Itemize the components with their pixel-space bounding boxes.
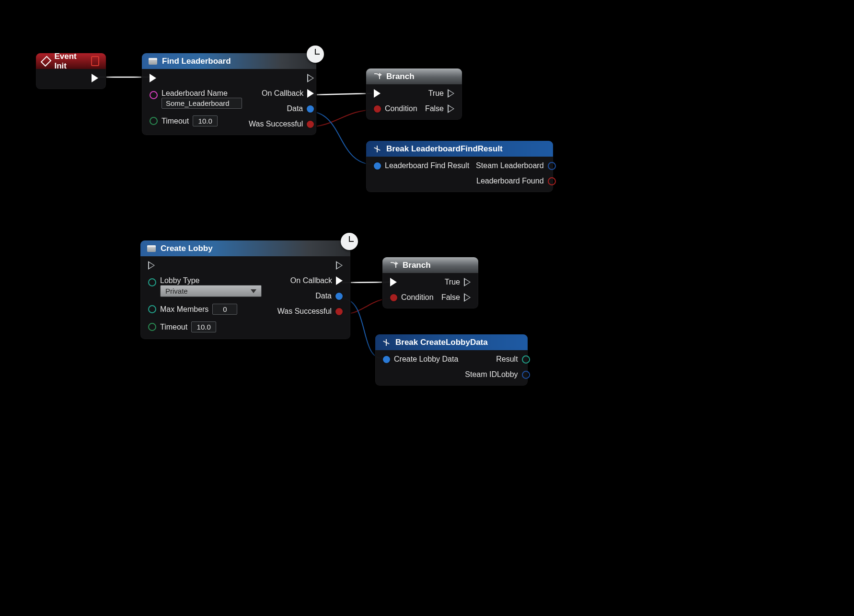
node-branch-2[interactable]: Branch Condition True False — [382, 257, 479, 309]
exec-in-pin[interactable] — [374, 89, 381, 98]
exec-false-pin[interactable] — [464, 293, 471, 302]
blueprint-canvas[interactable]: Event Init Find Leaderboard Leaderboard … — [0, 0, 854, 616]
branch-icon — [373, 72, 381, 81]
exec-then-pin[interactable] — [336, 261, 343, 270]
pin-data[interactable] — [307, 105, 314, 113]
exec-out-pin[interactable] — [92, 74, 98, 82]
function-icon — [147, 245, 156, 252]
output-label: Was Successful — [249, 120, 303, 128]
input-label: Create Lobby Data — [394, 355, 458, 364]
pin-struct-in[interactable] — [374, 162, 381, 170]
output-label: Steam Leaderboard — [476, 161, 543, 170]
input-label: Max Members — [160, 305, 208, 314]
node-title: Branch — [403, 261, 431, 270]
output-label: Steam IDLobby — [465, 370, 518, 379]
pin-data[interactable] — [335, 293, 343, 300]
output-label: True — [445, 278, 460, 286]
pin-steam-id-lobby[interactable] — [522, 371, 530, 379]
input-label: Timeout — [162, 117, 189, 125]
node-header[interactable]: Break CreateLobbyData — [375, 334, 528, 350]
input-label: Leaderboard Name — [162, 89, 242, 98]
output-label: Was Successful — [277, 307, 332, 316]
pin-condition[interactable] — [374, 105, 381, 113]
node-title: Break LeaderboardFindResult — [386, 144, 503, 154]
node-header[interactable]: Create Lobby — [140, 240, 350, 256]
node-header[interactable]: Branch — [366, 68, 462, 84]
node-break-leaderboard[interactable]: Break LeaderboardFindResult Leaderboard … — [366, 140, 554, 193]
node-title: Find Leaderboard — [162, 57, 231, 66]
output-label: Data — [315, 292, 332, 300]
exec-in-pin[interactable] — [148, 261, 155, 270]
exec-callback-pin[interactable] — [307, 89, 314, 98]
exec-true-pin[interactable] — [464, 278, 471, 286]
input-label: Timeout — [160, 323, 187, 331]
timeout-input[interactable]: 10.0 — [193, 115, 218, 126]
node-header[interactable]: Break LeaderboardFindResult — [366, 141, 553, 157]
pin-leaderboard-found[interactable] — [548, 177, 556, 185]
pin-max-members[interactable] — [148, 305, 156, 313]
output-label: Result — [496, 355, 518, 364]
node-header[interactable]: Find Leaderboard — [142, 53, 316, 69]
exec-then-pin[interactable] — [307, 74, 314, 82]
max-members-input[interactable]: 0 — [212, 304, 237, 315]
exec-true-pin[interactable] — [448, 89, 454, 98]
node-event-init[interactable]: Event Init — [35, 53, 106, 90]
node-branch-1[interactable]: Branch Condition True False — [366, 68, 462, 120]
input-label: Lobby Type — [160, 276, 262, 285]
latent-clock-icon — [341, 233, 358, 250]
exec-callback-pin[interactable] — [336, 276, 343, 285]
pin-was-successful[interactable] — [335, 308, 343, 315]
exec-in-pin[interactable] — [150, 74, 156, 82]
pin-timeout[interactable] — [148, 323, 156, 331]
output-label: Leaderboard Found — [476, 177, 544, 185]
exec-false-pin[interactable] — [448, 104, 454, 113]
dropdown-value: Private — [165, 287, 188, 295]
break-icon — [382, 338, 391, 347]
output-label: Data — [287, 104, 303, 113]
node-header[interactable]: Branch — [382, 257, 478, 273]
timeout-input[interactable]: 10.0 — [191, 321, 216, 332]
node-title: Break CreateLobbyData — [395, 338, 488, 347]
leaderboard-name-input[interactable]: Some_Leaderboard — [162, 98, 242, 109]
input-label: Condition — [401, 293, 434, 302]
node-header[interactable]: Event Init — [36, 53, 106, 69]
exec-in-pin[interactable] — [390, 278, 397, 286]
chevron-down-icon — [251, 289, 256, 293]
pin-struct-in[interactable] — [383, 356, 390, 363]
node-title: Event Init — [54, 52, 81, 71]
node-find-leaderboard[interactable]: Find Leaderboard Leaderboard Name Some_L… — [141, 53, 317, 136]
output-label: On Callback — [290, 276, 332, 285]
pin-was-successful[interactable] — [307, 121, 314, 128]
pin-timeout[interactable] — [150, 117, 158, 125]
event-icon — [41, 56, 52, 67]
output-label: False — [425, 104, 444, 113]
pin-leaderboard-name[interactable] — [150, 91, 158, 99]
input-label: Condition — [385, 104, 417, 113]
lobby-type-dropdown[interactable]: Private — [160, 285, 262, 297]
pin-steam-leaderboard[interactable] — [548, 162, 556, 170]
node-body — [36, 69, 106, 89]
node-title: Branch — [386, 72, 415, 81]
output-label: On Callback — [262, 89, 303, 98]
function-icon — [149, 58, 157, 65]
node-break-create-lobby[interactable]: Break CreateLobbyData Create Lobby Data … — [375, 334, 528, 386]
input-label: Leaderboard Find Result — [385, 161, 469, 170]
output-label: False — [441, 293, 460, 302]
event-stop-icon — [91, 56, 99, 66]
node-create-lobby[interactable]: Create Lobby Lobby Type Private Max Memb… — [140, 240, 351, 340]
pin-result[interactable] — [522, 355, 530, 364]
pin-lobby-type[interactable] — [148, 278, 156, 286]
branch-icon — [389, 261, 398, 270]
pin-condition[interactable] — [390, 294, 397, 301]
break-icon — [373, 145, 381, 153]
latent-clock-icon — [307, 46, 324, 63]
node-title: Create Lobby — [161, 244, 213, 253]
output-label: True — [428, 89, 444, 98]
